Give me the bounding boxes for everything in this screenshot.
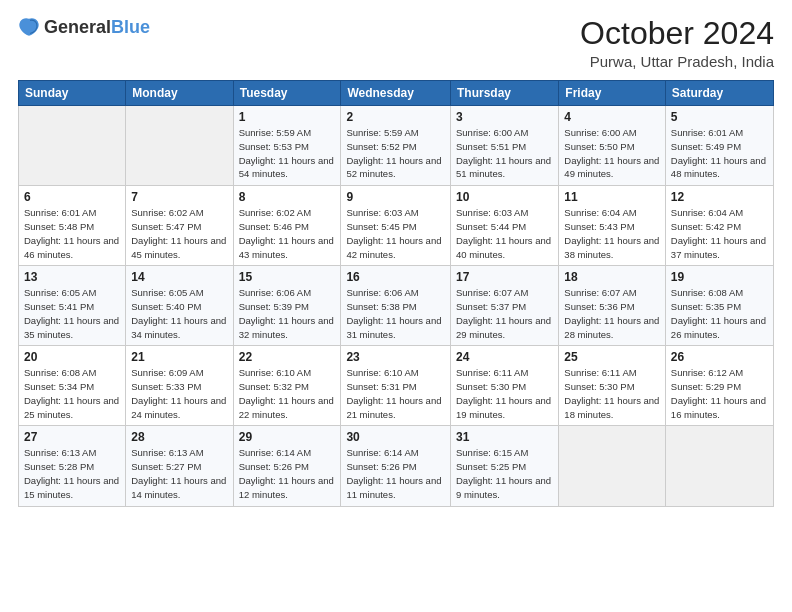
day-number: 13 [24,270,120,284]
calendar-cell: 20Sunrise: 6:08 AM Sunset: 5:34 PM Dayli… [19,346,126,426]
calendar-cell [559,426,666,506]
calendar-cell [665,426,773,506]
day-number: 10 [456,190,553,204]
logo-general: GeneralBlue [44,18,150,37]
day-detail: Sunrise: 5:59 AM Sunset: 5:53 PM Dayligh… [239,126,336,181]
week-row-4: 20Sunrise: 6:08 AM Sunset: 5:34 PM Dayli… [19,346,774,426]
calendar-cell: 19Sunrise: 6:08 AM Sunset: 5:35 PM Dayli… [665,266,773,346]
day-detail: Sunrise: 6:04 AM Sunset: 5:42 PM Dayligh… [671,206,768,261]
day-number: 27 [24,430,120,444]
day-detail: Sunrise: 6:09 AM Sunset: 5:33 PM Dayligh… [131,366,227,421]
day-detail: Sunrise: 6:07 AM Sunset: 5:37 PM Dayligh… [456,286,553,341]
calendar-cell: 5Sunrise: 6:01 AM Sunset: 5:49 PM Daylig… [665,106,773,186]
day-detail: Sunrise: 6:12 AM Sunset: 5:29 PM Dayligh… [671,366,768,421]
calendar-cell [126,106,233,186]
day-detail: Sunrise: 6:14 AM Sunset: 5:26 PM Dayligh… [239,446,336,501]
day-number: 4 [564,110,660,124]
week-row-2: 6Sunrise: 6:01 AM Sunset: 5:48 PM Daylig… [19,186,774,266]
day-number: 3 [456,110,553,124]
calendar: SundayMondayTuesdayWednesdayThursdayFrid… [18,80,774,506]
day-number: 31 [456,430,553,444]
day-number: 11 [564,190,660,204]
calendar-cell: 2Sunrise: 5:59 AM Sunset: 5:52 PM Daylig… [341,106,451,186]
day-number: 23 [346,350,445,364]
day-number: 9 [346,190,445,204]
day-detail: Sunrise: 6:11 AM Sunset: 5:30 PM Dayligh… [456,366,553,421]
calendar-cell [19,106,126,186]
calendar-cell: 25Sunrise: 6:11 AM Sunset: 5:30 PM Dayli… [559,346,666,426]
weekday-header-thursday: Thursday [451,81,559,106]
day-number: 29 [239,430,336,444]
day-detail: Sunrise: 6:10 AM Sunset: 5:32 PM Dayligh… [239,366,336,421]
page: GeneralBlue October 2024 Purwa, Uttar Pr… [0,0,792,612]
calendar-cell: 28Sunrise: 6:13 AM Sunset: 5:27 PM Dayli… [126,426,233,506]
day-number: 19 [671,270,768,284]
calendar-cell: 3Sunrise: 6:00 AM Sunset: 5:51 PM Daylig… [451,106,559,186]
calendar-cell: 29Sunrise: 6:14 AM Sunset: 5:26 PM Dayli… [233,426,341,506]
day-number: 5 [671,110,768,124]
day-detail: Sunrise: 6:11 AM Sunset: 5:30 PM Dayligh… [564,366,660,421]
calendar-cell: 24Sunrise: 6:11 AM Sunset: 5:30 PM Dayli… [451,346,559,426]
day-number: 24 [456,350,553,364]
logo: GeneralBlue [18,16,150,38]
calendar-cell: 16Sunrise: 6:06 AM Sunset: 5:38 PM Dayli… [341,266,451,346]
day-number: 28 [131,430,227,444]
day-detail: Sunrise: 6:02 AM Sunset: 5:46 PM Dayligh… [239,206,336,261]
day-detail: Sunrise: 5:59 AM Sunset: 5:52 PM Dayligh… [346,126,445,181]
day-detail: Sunrise: 6:13 AM Sunset: 5:28 PM Dayligh… [24,446,120,501]
day-detail: Sunrise: 6:06 AM Sunset: 5:39 PM Dayligh… [239,286,336,341]
calendar-cell: 12Sunrise: 6:04 AM Sunset: 5:42 PM Dayli… [665,186,773,266]
calendar-cell: 26Sunrise: 6:12 AM Sunset: 5:29 PM Dayli… [665,346,773,426]
day-detail: Sunrise: 6:01 AM Sunset: 5:48 PM Dayligh… [24,206,120,261]
day-number: 6 [24,190,120,204]
calendar-cell: 31Sunrise: 6:15 AM Sunset: 5:25 PM Dayli… [451,426,559,506]
day-number: 7 [131,190,227,204]
day-number: 14 [131,270,227,284]
day-detail: Sunrise: 6:08 AM Sunset: 5:35 PM Dayligh… [671,286,768,341]
day-detail: Sunrise: 6:05 AM Sunset: 5:41 PM Dayligh… [24,286,120,341]
month-title: October 2024 [580,16,774,51]
calendar-cell: 11Sunrise: 6:04 AM Sunset: 5:43 PM Dayli… [559,186,666,266]
calendar-cell: 23Sunrise: 6:10 AM Sunset: 5:31 PM Dayli… [341,346,451,426]
calendar-cell: 13Sunrise: 6:05 AM Sunset: 5:41 PM Dayli… [19,266,126,346]
day-number: 15 [239,270,336,284]
day-detail: Sunrise: 6:14 AM Sunset: 5:26 PM Dayligh… [346,446,445,501]
weekday-header-wednesday: Wednesday [341,81,451,106]
day-number: 21 [131,350,227,364]
day-detail: Sunrise: 6:03 AM Sunset: 5:44 PM Dayligh… [456,206,553,261]
day-detail: Sunrise: 6:13 AM Sunset: 5:27 PM Dayligh… [131,446,227,501]
day-number: 22 [239,350,336,364]
calendar-cell: 8Sunrise: 6:02 AM Sunset: 5:46 PM Daylig… [233,186,341,266]
day-detail: Sunrise: 6:06 AM Sunset: 5:38 PM Dayligh… [346,286,445,341]
calendar-cell: 21Sunrise: 6:09 AM Sunset: 5:33 PM Dayli… [126,346,233,426]
day-detail: Sunrise: 6:08 AM Sunset: 5:34 PM Dayligh… [24,366,120,421]
calendar-cell: 18Sunrise: 6:07 AM Sunset: 5:36 PM Dayli… [559,266,666,346]
day-number: 17 [456,270,553,284]
week-row-1: 1Sunrise: 5:59 AM Sunset: 5:53 PM Daylig… [19,106,774,186]
day-detail: Sunrise: 6:04 AM Sunset: 5:43 PM Dayligh… [564,206,660,261]
weekday-header-monday: Monday [126,81,233,106]
day-detail: Sunrise: 6:10 AM Sunset: 5:31 PM Dayligh… [346,366,445,421]
day-number: 26 [671,350,768,364]
calendar-cell: 22Sunrise: 6:10 AM Sunset: 5:32 PM Dayli… [233,346,341,426]
calendar-cell: 9Sunrise: 6:03 AM Sunset: 5:45 PM Daylig… [341,186,451,266]
calendar-cell: 15Sunrise: 6:06 AM Sunset: 5:39 PM Dayli… [233,266,341,346]
day-detail: Sunrise: 6:05 AM Sunset: 5:40 PM Dayligh… [131,286,227,341]
calendar-body: 1Sunrise: 5:59 AM Sunset: 5:53 PM Daylig… [19,106,774,506]
week-row-3: 13Sunrise: 6:05 AM Sunset: 5:41 PM Dayli… [19,266,774,346]
day-detail: Sunrise: 6:03 AM Sunset: 5:45 PM Dayligh… [346,206,445,261]
day-number: 1 [239,110,336,124]
day-number: 18 [564,270,660,284]
header: GeneralBlue October 2024 Purwa, Uttar Pr… [18,16,774,70]
calendar-cell: 30Sunrise: 6:14 AM Sunset: 5:26 PM Dayli… [341,426,451,506]
weekday-header-row: SundayMondayTuesdayWednesdayThursdayFrid… [19,81,774,106]
weekday-header-tuesday: Tuesday [233,81,341,106]
day-number: 12 [671,190,768,204]
weekday-header-sunday: Sunday [19,81,126,106]
calendar-cell: 17Sunrise: 6:07 AM Sunset: 5:37 PM Dayli… [451,266,559,346]
calendar-cell: 14Sunrise: 6:05 AM Sunset: 5:40 PM Dayli… [126,266,233,346]
day-number: 25 [564,350,660,364]
calendar-cell: 4Sunrise: 6:00 AM Sunset: 5:50 PM Daylig… [559,106,666,186]
weekday-header-friday: Friday [559,81,666,106]
day-number: 30 [346,430,445,444]
